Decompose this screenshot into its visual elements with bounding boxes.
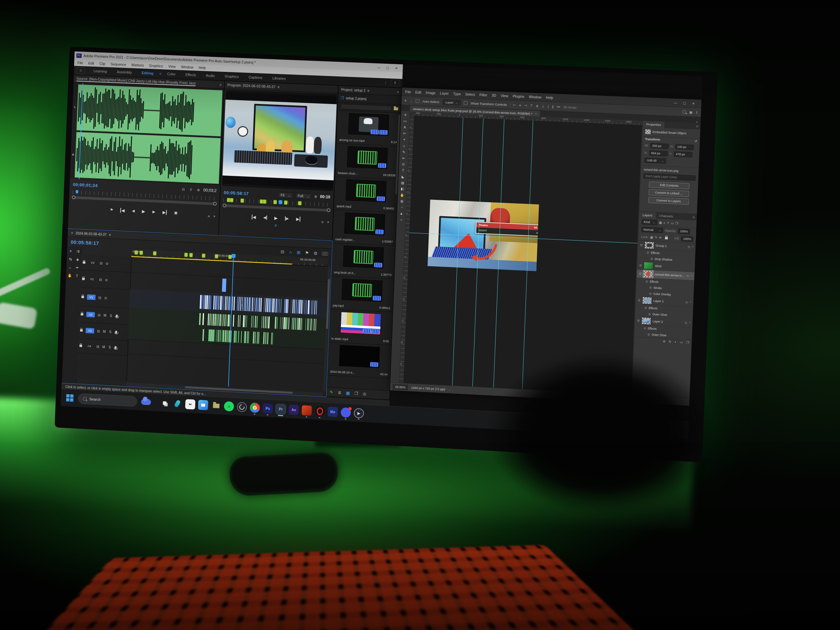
width-field[interactable]: 250 px [650, 143, 669, 149]
eyedropper-tool-icon[interactable]: ⌖ [403, 137, 405, 141]
minimize-button[interactable]: — [374, 66, 383, 69]
align-center-icon[interactable]: ≡ [519, 103, 521, 107]
export-frame-icon[interactable]: ▣ [174, 210, 177, 215]
program-panel-title[interactable]: Program: 2024-06-03 08-43-37 [227, 83, 276, 89]
align-left-icon[interactable]: ⊢ [513, 103, 516, 107]
marker-icon[interactable] [273, 200, 277, 204]
photos-app-icon[interactable] [198, 399, 208, 410]
menu-help[interactable]: Help [546, 95, 553, 100]
bg-color-icon[interactable]: ○ [400, 218, 402, 221]
go-to-in-icon[interactable]: ◀ [251, 214, 256, 219]
capcut-icon[interactable]: ✂ [185, 399, 195, 409]
source-ruler-playhead[interactable] [76, 190, 78, 193]
lock-all-icon[interactable] [665, 237, 668, 240]
workspace-switcher-icon[interactable]: ▦ [689, 110, 693, 114]
lock-position-icon[interactable]: ✛ [659, 236, 662, 240]
workspace-overflow-icon[interactable]: ⋮ [384, 81, 387, 85]
collapse-fx-icon[interactable]: ^ [690, 301, 692, 304]
eraser-tool-icon[interactable]: ⊙ [402, 163, 405, 166]
align-top-icon[interactable]: ⊤ [530, 104, 533, 107]
step-back-icon[interactable]: ◀ [132, 209, 135, 213]
go-to-in-icon[interactable]: ◀ [120, 208, 125, 213]
distribute-v-icon[interactable]: ∣ [547, 104, 549, 108]
height-field[interactable]: 140 px [675, 144, 694, 150]
menu-edit[interactable]: Edit [88, 61, 95, 65]
file-explorer-icon[interactable] [211, 400, 221, 411]
program-timecode[interactable]: 00:05:58:17 [224, 190, 249, 196]
menu-file[interactable]: File [77, 61, 83, 65]
track-header-a3[interactable]: A3 ⊟ M S [78, 322, 129, 341]
export-icon[interactable]: ⇧ [391, 79, 399, 86]
filter-kind-select[interactable]: Kind⌄ [641, 219, 657, 225]
pinned-app-icon[interactable] [302, 405, 312, 416]
list-view-icon[interactable]: ≣ [338, 390, 341, 395]
home-icon[interactable]: ⌂ [76, 67, 85, 74]
add-button-icon[interactable]: + [327, 220, 330, 224]
pencil-icon[interactable]: ✎ [330, 390, 333, 395]
filter-type-icon[interactable]: T [667, 221, 669, 224]
tab-channels[interactable]: Channels [655, 212, 677, 219]
sync-lock-icon[interactable]: ⊟ [97, 296, 103, 300]
premiere-taskbar-icon[interactable]: Pr [276, 404, 286, 414]
filter-smartobject-icon[interactable]: ❐ [675, 221, 678, 225]
marker-icon[interactable] [189, 253, 193, 257]
distribute-h-icon[interactable]: ∥ [552, 105, 554, 108]
panel-overflow-icon[interactable]: » [397, 90, 399, 93]
solo-button[interactable]: S [107, 330, 113, 334]
menu-layer[interactable]: Layer [440, 91, 448, 95]
maximize-button[interactable]: ▢ [383, 66, 392, 70]
pinned-app-icon[interactable]: ▶ [354, 408, 364, 418]
audio-waveform-icon[interactable]: # [190, 188, 192, 191]
panel-menu-icon[interactable]: ≡ [694, 123, 701, 129]
reset-transform-icon[interactable]: ↺ [694, 139, 697, 143]
convert-to-linked-button[interactable]: Convert to Linked ... [649, 189, 689, 197]
play-icon[interactable]: ▶ [274, 215, 278, 221]
play-icon[interactable]: ▶ [142, 209, 145, 214]
project-panel-title[interactable]: Project: setup 2 [341, 88, 366, 93]
program-video-frame[interactable] [222, 90, 337, 191]
visibility-icon[interactable]: ⊙ [643, 327, 646, 330]
project-item[interactable]: omg bruh oh h...1:39773 [331, 243, 395, 279]
track-header-v3[interactable]: V3 ⊟ ⊙ [81, 255, 131, 272]
convert-to-layers-button[interactable]: Convert to Layers [648, 197, 689, 205]
playback-resolution-select[interactable]: Full⌄ [295, 193, 312, 199]
go-to-out-icon[interactable]: ▶ [296, 216, 300, 221]
type-tool-icon[interactable]: T [402, 169, 404, 172]
move-tool-icon[interactable]: ✛ [404, 98, 407, 102]
close-tab-icon[interactable]: × [535, 112, 537, 115]
project-item[interactable]: among us sus.mp45:14 [336, 111, 401, 146]
lock-icon[interactable] [82, 278, 85, 280]
step-back-icon[interactable]: ◀ [263, 215, 267, 220]
fill-field[interactable]: 100% [681, 236, 693, 242]
menu-graphics[interactable]: Graphics [149, 64, 163, 68]
status-chevron-icon[interactable]: ⌄ [448, 388, 451, 392]
menu-edit[interactable]: Edit [415, 90, 421, 95]
marquee-tool-icon[interactable]: ▭ [403, 119, 407, 123]
track-header-v1[interactable]: V1 ⊟ ⊙ [79, 287, 130, 308]
spotify-icon[interactable]: ≡ [224, 401, 234, 412]
auto-select-checkbox[interactable]: ✓ [415, 99, 419, 103]
project-item[interactable]: 2024-06-08 10-4...43:44 [327, 342, 392, 379]
gradient-tool-icon[interactable]: ◣ [402, 175, 404, 178]
menu-window[interactable]: Window [181, 65, 194, 69]
brush-tool-icon[interactable]: ✎ [402, 150, 405, 154]
settings-icon[interactable]: ⊟ [182, 187, 185, 191]
menu-view[interactable]: View [168, 64, 176, 69]
chevron-down-icon[interactable]: ⌄ [410, 99, 413, 103]
solo-button[interactable]: S [108, 314, 114, 317]
sync-lock-icon[interactable]: ⊟ [98, 261, 104, 265]
sequence-tab[interactable]: 2024-06-03 08-43-37 [76, 231, 106, 236]
step-forward-icon[interactable]: ▶ [152, 209, 155, 214]
visibility-icon[interactable]: ⊙ [648, 313, 651, 316]
workspace-assembly[interactable]: Assembly [112, 68, 136, 76]
marker-icon[interactable] [139, 250, 143, 255]
search-icon[interactable] [682, 110, 687, 114]
source-waveform-view[interactable]: L R [70, 83, 224, 185]
program-playhead[interactable] [279, 200, 283, 204]
layer-comp-select[interactable]: Don't Apply Layer Comp [643, 173, 696, 181]
timeline-lanes[interactable]: :00:00 00:05:00:00 00:10:00:00 [126, 249, 328, 391]
selection-tool-icon[interactable]: ➤ [69, 249, 73, 253]
marker-icon[interactable] [284, 201, 288, 205]
marker-icon[interactable] [240, 199, 245, 203]
photoshop-taskbar-icon[interactable]: Ps [262, 403, 273, 414]
